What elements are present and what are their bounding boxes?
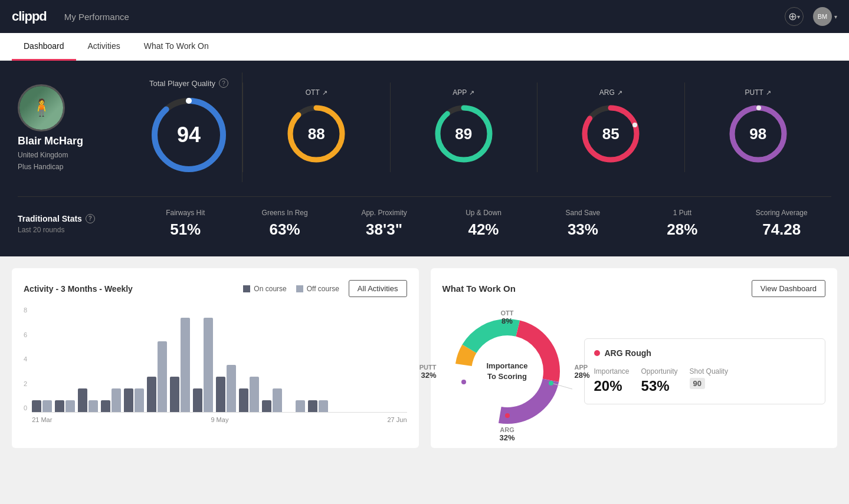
score-panel-putt: PUTT ↗ 98 bbox=[685, 83, 832, 172]
traditional-stats-row: Traditional Stats ? Last 20 rounds Fairw… bbox=[18, 196, 831, 239]
bar-group bbox=[78, 388, 98, 412]
avatar: 🧍 bbox=[18, 84, 65, 131]
off-course-dot bbox=[296, 285, 303, 292]
arg-rough-title: ARG Rough bbox=[605, 348, 651, 358]
stats-help-icon[interactable]: ? bbox=[86, 214, 95, 223]
stat-app-proximity: App. Proximity 38'3" bbox=[335, 209, 434, 239]
chart-x-labels: 21 Mar 9 May 27 Jun bbox=[32, 416, 407, 423]
donut-chart-area: ImportanceTo Scoring OTT 8% APP 28% ARG … bbox=[442, 307, 572, 436]
putt-value: 98 bbox=[749, 125, 766, 143]
ott-value: 88 bbox=[308, 125, 325, 143]
putt-donut-label: PUTT 32% bbox=[419, 364, 437, 380]
stat-up-down: Up & Down 42% bbox=[434, 209, 533, 239]
player-country: United Kingdom bbox=[18, 151, 68, 159]
arg-metric-opportunity: Opportunity 53% bbox=[641, 367, 678, 394]
bar-group bbox=[124, 388, 144, 412]
svg-point-2 bbox=[186, 98, 192, 104]
tpq-help-icon[interactable]: ? bbox=[219, 78, 228, 88]
all-activities-button[interactable]: All Activities bbox=[349, 280, 407, 297]
bar-group bbox=[262, 388, 282, 412]
work-title: What To Work On bbox=[442, 284, 516, 294]
tpq-value: 94 bbox=[177, 123, 201, 147]
bar-group bbox=[55, 400, 75, 412]
header-title: My Performance bbox=[64, 12, 129, 22]
app-donut-label: APP 28% bbox=[574, 364, 589, 380]
what-to-work-on-panel: What To Work On View Dashboard bbox=[431, 268, 838, 448]
stat-fairways-hit: Fairways Hit 51% bbox=[136, 209, 235, 239]
bar-group bbox=[216, 365, 236, 412]
ott-donut-label: OTT 8% bbox=[501, 309, 514, 325]
score-panel-arg: ARG ↗ 85 bbox=[537, 83, 685, 172]
view-dashboard-button[interactable]: View Dashboard bbox=[752, 280, 825, 297]
bar-group bbox=[193, 318, 213, 412]
on-course-dot bbox=[243, 285, 250, 292]
tpq-label: Total Player Quality ? bbox=[149, 78, 228, 88]
svg-point-20 bbox=[461, 380, 466, 384]
avatar: BM bbox=[813, 7, 832, 26]
app-value: 89 bbox=[455, 125, 472, 143]
chart-title: Activity - 3 Months - Weekly bbox=[24, 284, 133, 294]
arg-dot bbox=[594, 350, 600, 356]
bar-group bbox=[308, 400, 328, 412]
chart-header: Activity - 3 Months - Weekly On course O… bbox=[24, 280, 407, 297]
user-menu[interactable]: BM ▾ bbox=[813, 7, 837, 26]
arg-metrics: Importance 20% Opportunity 53% Shot Qual… bbox=[594, 367, 816, 394]
stat-greens-in-reg: Greens In Reg 63% bbox=[235, 209, 334, 239]
scores-row: 🧍 Blair McHarg United Kingdom Plus Handi… bbox=[18, 73, 831, 182]
hero-section: 🧍 Blair McHarg United Kingdom Plus Handi… bbox=[0, 61, 849, 256]
svg-point-9 bbox=[632, 123, 637, 127]
add-icon[interactable]: ⊕ ▾ bbox=[785, 7, 804, 26]
svg-point-19 bbox=[505, 413, 510, 418]
bar-group bbox=[285, 400, 305, 412]
stat-1-putt: 1 Putt 28% bbox=[632, 209, 732, 239]
logo-text: clippd bbox=[12, 9, 47, 24]
tab-what-to-work-on[interactable]: What To Work On bbox=[132, 33, 221, 61]
tab-activities[interactable]: Activities bbox=[76, 33, 132, 61]
y-axis: 0 2 4 6 8 bbox=[24, 307, 32, 413]
arg-value: 85 bbox=[602, 125, 619, 143]
arg-metric-importance: Importance 20% bbox=[594, 367, 630, 394]
svg-point-12 bbox=[756, 106, 761, 110]
work-content: ImportanceTo Scoring OTT 8% APP 28% ARG … bbox=[442, 307, 826, 436]
stats-label-col: Traditional Stats ? Last 20 rounds bbox=[18, 214, 136, 234]
stat-scoring-average: Scoring Average 74.28 bbox=[732, 209, 831, 239]
header-right: ⊕ ▾ BM ▾ bbox=[785, 7, 837, 26]
bar-group bbox=[239, 377, 259, 412]
stats-subtitle: Last 20 rounds bbox=[18, 226, 136, 234]
header-left: clippd My Performance bbox=[12, 9, 129, 24]
tpq-gauge: 94 bbox=[147, 94, 230, 176]
svg-point-18 bbox=[549, 381, 553, 386]
player-card: 🧍 Blair McHarg United Kingdom Plus Handi… bbox=[18, 84, 136, 171]
score-panel-app: APP ↗ 89 bbox=[391, 83, 538, 172]
tab-dashboard[interactable]: Dashboard bbox=[12, 33, 76, 61]
donut-wrapper: ImportanceTo Scoring bbox=[442, 307, 572, 436]
bar-group bbox=[147, 341, 167, 412]
arg-rough-card: ARG Rough Importance 20% Opportunity 53%… bbox=[584, 338, 826, 404]
work-header: What To Work On View Dashboard bbox=[442, 280, 826, 297]
bar-group bbox=[170, 318, 190, 412]
donut-center: ImportanceTo Scoring bbox=[486, 361, 527, 382]
activity-chart-panel: Activity - 3 Months - Weekly On course O… bbox=[12, 268, 419, 448]
score-panel-ott: OTT ↗ 88 bbox=[243, 83, 391, 172]
tabs: Dashboard Activities What To Work On bbox=[0, 33, 849, 61]
score-panels: OTT ↗ 88 APP ↗ bbox=[242, 83, 831, 172]
player-name: Blair McHarg bbox=[18, 135, 83, 147]
chart-bars bbox=[32, 307, 407, 413]
bar-group bbox=[32, 400, 52, 412]
bottom-panels: Activity - 3 Months - Weekly On course O… bbox=[0, 256, 849, 460]
bar-group bbox=[101, 388, 121, 412]
arg-metric-shot-quality: Shot Quality 90 bbox=[690, 367, 728, 394]
player-handicap: Plus Handicap bbox=[18, 163, 63, 171]
shot-quality-badge: 90 bbox=[690, 378, 705, 389]
logo[interactable]: clippd bbox=[12, 9, 47, 24]
chart-legend: On course Off course bbox=[243, 285, 339, 293]
stat-sand-save: Sand Save 33% bbox=[533, 209, 632, 239]
tpq-panel: Total Player Quality ? 94 bbox=[136, 73, 242, 182]
header: clippd My Performance ⊕ ▾ BM ▾ bbox=[0, 0, 849, 33]
arg-donut-label: ARG 32% bbox=[499, 426, 514, 442]
